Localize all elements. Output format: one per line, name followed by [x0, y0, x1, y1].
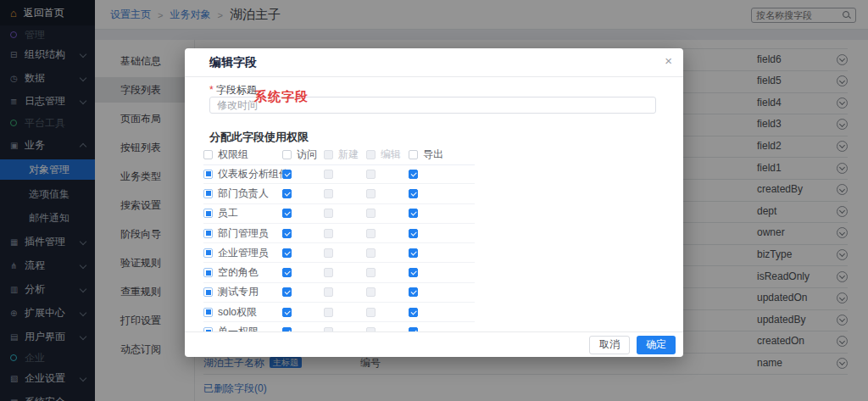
- export-checkbox[interactable]: [409, 209, 418, 218]
- access-checkbox[interactable]: [282, 170, 292, 179]
- modal-title: 编辑字段: [209, 48, 257, 76]
- group-name: solo权限: [218, 305, 257, 320]
- group-name: 部门负责人: [218, 187, 269, 201]
- column-label: 编辑: [381, 148, 401, 162]
- select-all-create-checkbox: [324, 150, 333, 159]
- access-checkbox[interactable]: [282, 189, 292, 198]
- export-checkbox[interactable]: [409, 308, 418, 317]
- group-checkbox[interactable]: [203, 209, 213, 218]
- permission-row: solo权限: [203, 303, 475, 322]
- select-all-export-checkbox[interactable]: [409, 150, 418, 159]
- export-checkbox[interactable]: [409, 170, 418, 179]
- edit-checkbox: [366, 189, 376, 198]
- access-checkbox[interactable]: [282, 287, 292, 297]
- field-title-label: *字段标题: [209, 83, 257, 97]
- create-checkbox: [324, 189, 333, 198]
- group-name: 部门管理员: [218, 226, 269, 241]
- permission-row: 部门负责人: [203, 184, 475, 203]
- access-checkbox[interactable]: [282, 248, 292, 258]
- create-checkbox: [324, 229, 333, 238]
- group-checkbox[interactable]: [203, 189, 213, 198]
- permission-table-header: 权限组 访问 新建 编辑 导出: [203, 144, 475, 165]
- group-name: 空的角色: [218, 265, 259, 280]
- export-checkbox[interactable]: [409, 229, 418, 238]
- modal-footer: 取消 确定: [185, 331, 683, 357]
- group-checkbox[interactable]: [203, 268, 213, 277]
- select-all-edit-checkbox: [366, 150, 376, 159]
- edit-checkbox: [366, 308, 376, 317]
- select-all-access-checkbox[interactable]: [282, 150, 292, 159]
- column-label: 新建: [338, 148, 359, 162]
- cancel-button[interactable]: 取消: [589, 336, 630, 354]
- access-checkbox[interactable]: [282, 308, 292, 317]
- permission-row: 企业管理员: [203, 243, 475, 263]
- edit-field-modal: 编辑字段 × *字段标题 系统字段 分配此字段使用权限 权限组 访问 新建 编辑…: [185, 48, 683, 357]
- group-name: 企业管理员: [218, 246, 269, 260]
- group-checkbox[interactable]: [203, 308, 213, 317]
- export-checkbox[interactable]: [409, 248, 418, 258]
- access-checkbox[interactable]: [282, 268, 292, 277]
- column-label: 访问: [297, 148, 317, 162]
- required-asterisk: *: [209, 84, 214, 96]
- edit-checkbox: [366, 248, 376, 258]
- group-name: 员工: [218, 206, 238, 220]
- permission-row: 部门管理员: [203, 224, 475, 243]
- permission-row: 仪表板分析组件: [203, 164, 475, 184]
- column-label: 权限组: [218, 148, 248, 162]
- close-icon[interactable]: ×: [665, 54, 672, 67]
- permission-row: 员工: [203, 204, 475, 224]
- export-checkbox[interactable]: [409, 189, 418, 198]
- group-checkbox[interactable]: [203, 229, 213, 238]
- modal-header-divider: [185, 76, 683, 77]
- permission-section-title: 分配此字段使用权限: [209, 130, 309, 145]
- column-label: 导出: [423, 148, 443, 162]
- group-name: 测试专用: [218, 285, 259, 299]
- group-checkbox[interactable]: [203, 248, 213, 258]
- system-field-annotation: 系统字段: [254, 89, 309, 105]
- create-checkbox: [324, 248, 333, 258]
- access-checkbox[interactable]: [282, 209, 292, 218]
- create-checkbox: [324, 170, 333, 179]
- create-checkbox: [324, 268, 333, 277]
- group-name: 单一权限: [218, 325, 259, 331]
- export-checkbox[interactable]: [409, 287, 418, 297]
- group-checkbox[interactable]: [203, 170, 213, 179]
- access-checkbox[interactable]: [282, 229, 292, 238]
- edit-checkbox: [366, 170, 376, 179]
- create-checkbox: [324, 209, 333, 218]
- group-checkbox[interactable]: [203, 287, 213, 297]
- export-checkbox[interactable]: [409, 268, 418, 277]
- create-checkbox: [324, 287, 333, 297]
- group-name: 仪表板分析组件: [218, 167, 289, 181]
- create-checkbox: [324, 308, 333, 317]
- edit-checkbox: [366, 229, 376, 238]
- edit-checkbox: [366, 268, 376, 277]
- edit-checkbox: [366, 287, 376, 297]
- edit-checkbox: [366, 209, 376, 218]
- confirm-button[interactable]: 确定: [637, 336, 676, 354]
- select-all-groups-checkbox[interactable]: [203, 150, 213, 159]
- permission-table-body: 仪表板分析组件 部门负责人 员工 部门管理员: [203, 164, 475, 331]
- permission-row: 空的角色: [203, 264, 475, 283]
- app-window: ⌂ 返回首页 管理 ⊟ 组织结构 ◷ 数据 ≣ 日志管理 平台工具 ▣ 业务 对…: [0, 0, 868, 401]
- permission-row: 单一权限: [203, 322, 475, 331]
- permission-row: 测试专用: [203, 283, 475, 303]
